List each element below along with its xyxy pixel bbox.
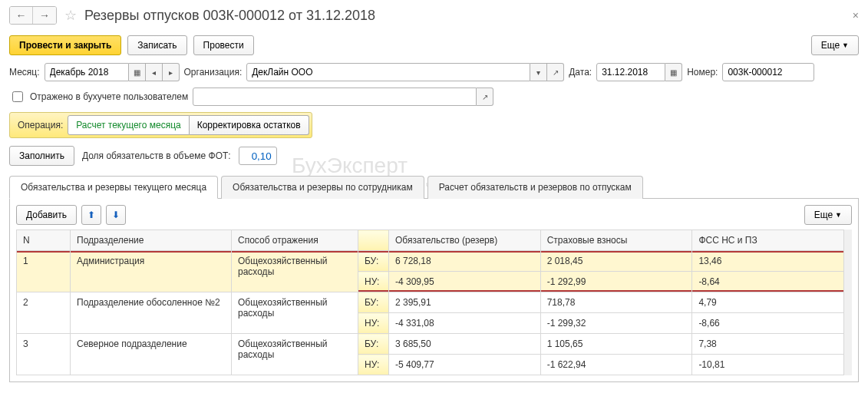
month-label: Месяц: (9, 67, 40, 78)
cell-nu-fss[interactable]: -8,66 (692, 313, 844, 334)
tab-calculation[interactable]: Расчет обязательств и резервов по отпуск… (427, 176, 643, 199)
org-label: Организация: (184, 67, 243, 78)
col-type (358, 230, 389, 251)
col-method[interactable]: Способ отражения (232, 230, 358, 251)
more-button[interactable]: Еще ▼ (811, 35, 859, 55)
cell-nu-label: НУ: (358, 272, 389, 292)
cell-nu-label: НУ: (358, 313, 389, 334)
cell-method[interactable]: Общехозяйственный расходы (232, 251, 358, 292)
tab-current-month[interactable]: Обязательства и резервы текущего месяца (9, 176, 218, 199)
org-input[interactable] (246, 63, 530, 81)
op-current-month[interactable]: Расчет текущего месяца (68, 115, 189, 135)
org-dropdown-icon[interactable]: ▾ (530, 63, 547, 81)
reflected-label: Отражено в бухучете пользователем (30, 91, 188, 102)
cell-method[interactable]: Общехозяйственный расходы (232, 334, 358, 375)
cell-bu-liability[interactable]: 3 685,50 (389, 334, 541, 355)
cell-nu-insurance[interactable]: -1 622,94 (540, 355, 692, 375)
cell-method[interactable]: Общехозяйственный расходы (232, 292, 358, 334)
cell-bu-fss[interactable]: 7,38 (692, 334, 844, 355)
number-input[interactable] (722, 63, 814, 81)
fill-button[interactable]: Заполнить (9, 146, 74, 166)
date-calendar-icon[interactable]: ▦ (665, 63, 682, 81)
scrollbar[interactable] (844, 230, 852, 375)
date-label: Дата: (569, 67, 592, 78)
tab-by-employee[interactable]: Обязательства и резервы по сотрудникам (221, 176, 424, 199)
number-label: Номер: (687, 67, 718, 78)
cell-nu-insurance[interactable]: -1 292,99 (540, 272, 692, 292)
cell-bu-liability[interactable]: 2 395,91 (389, 292, 541, 313)
chevron-down-icon: ▼ (842, 41, 849, 49)
month-next-icon[interactable]: ▸ (163, 63, 180, 81)
col-n[interactable]: N (17, 230, 71, 251)
month-prev-icon[interactable]: ◂ (146, 63, 163, 81)
cell-dept[interactable]: Северное подразделение (71, 334, 232, 375)
ratio-input[interactable] (239, 147, 277, 165)
cell-dept[interactable]: Подразделение обосоленное №2 (71, 292, 232, 334)
col-liability[interactable]: Обязательство (резерв) (389, 230, 541, 251)
cell-n[interactable]: 2 (17, 292, 71, 334)
date-input[interactable] (596, 63, 665, 81)
cell-bu-insurance[interactable]: 718,78 (540, 292, 692, 313)
table-more-button[interactable]: Еще ▼ (804, 205, 852, 225)
cell-dept[interactable]: Администрация (71, 251, 232, 292)
cell-nu-liability[interactable]: -4 309,95 (389, 272, 541, 292)
close-icon[interactable]: × (853, 9, 859, 21)
favorite-icon[interactable]: ☆ (64, 7, 77, 24)
reflected-checkbox[interactable] (12, 91, 23, 102)
cell-bu-fss[interactable]: 13,46 (692, 251, 844, 272)
page-title: Резервы отпусков 003К-000012 от 31.12.20… (84, 8, 375, 24)
cell-bu-label: БУ: (358, 292, 389, 313)
cell-nu-insurance[interactable]: -1 299,32 (540, 313, 692, 334)
back-button[interactable]: ← (10, 7, 33, 24)
cell-nu-liability[interactable]: -5 409,77 (389, 355, 541, 375)
cell-n[interactable]: 1 (17, 251, 71, 292)
post-button[interactable]: Провести (193, 35, 254, 55)
col-fss[interactable]: ФСС НС и ПЗ (692, 230, 844, 251)
col-insurance[interactable]: Страховые взносы (540, 230, 692, 251)
cell-n[interactable]: 3 (17, 334, 71, 375)
cell-nu-liability[interactable]: -4 331,08 (389, 313, 541, 334)
reflected-open-icon[interactable]: ↗ (477, 88, 493, 106)
op-correction[interactable]: Корректировка остатков (190, 115, 309, 135)
cell-nu-fss[interactable]: -8,64 (692, 272, 844, 292)
move-up-button[interactable]: ⬆ (81, 205, 101, 225)
cell-nu-label: НУ: (358, 355, 389, 375)
cell-nu-fss[interactable]: -10,81 (692, 355, 844, 375)
cell-bu-label: БУ: (358, 334, 389, 355)
cell-bu-insurance[interactable]: 2 018,45 (540, 251, 692, 272)
forward-button[interactable]: → (33, 7, 56, 24)
month-input[interactable] (45, 63, 129, 81)
org-open-icon[interactable]: ↗ (547, 63, 564, 81)
calendar-icon[interactable]: ▦ (129, 63, 146, 81)
cell-bu-insurance[interactable]: 1 105,65 (540, 334, 692, 355)
cell-bu-label: БУ: (358, 251, 389, 272)
reserves-table: N Подразделение Способ отражения Обязате… (16, 230, 844, 375)
cell-bu-fss[interactable]: 4,79 (692, 292, 844, 313)
post-close-button[interactable]: Провести и закрыть (9, 35, 121, 55)
operation-label: Операция: (18, 120, 63, 130)
cell-bu-liability[interactable]: 6 728,18 (389, 251, 541, 272)
ratio-label: Доля обязательств в объеме ФОТ: (82, 150, 231, 161)
move-down-button[interactable]: ⬇ (106, 205, 126, 225)
write-button[interactable]: Записать (127, 35, 186, 55)
col-dept[interactable]: Подразделение (71, 230, 232, 251)
add-button[interactable]: Добавить (16, 205, 77, 225)
chevron-down-icon: ▼ (835, 211, 842, 219)
reflected-input[interactable] (193, 88, 477, 106)
